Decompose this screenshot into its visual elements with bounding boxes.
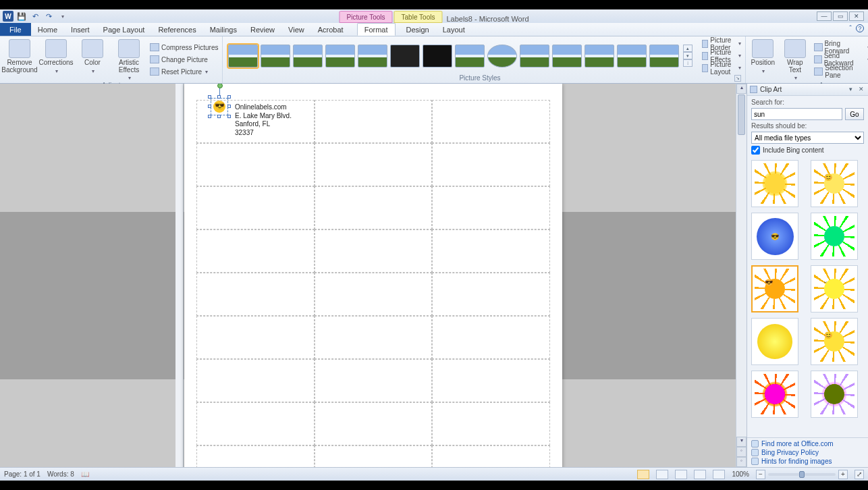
picture-layout-button[interactable]: Picture Layout [701, 63, 742, 74]
label-cell[interactable] [196, 229, 315, 273]
label-cell[interactable] [432, 100, 550, 143]
label-table[interactable]: Onlinelabels.com E. Lake Mary Blvd. Sanf… [196, 100, 550, 467]
qat-customize[interactable] [57, 11, 67, 22]
link-hints[interactable]: Hints for finding images [751, 458, 864, 465]
search-input[interactable] [751, 108, 842, 120]
clip-result[interactable] [751, 160, 798, 207]
picture-style-thumb[interactable] [261, 45, 290, 67]
status-page[interactable]: Page: 1 of 1 [4, 470, 40, 478]
tab-table-design[interactable]: Design [400, 23, 436, 36]
label-address[interactable]: Onlinelabels.com E. Lake Mary Blvd. Sanf… [235, 103, 292, 137]
clip-result-selected[interactable]: 😎 [751, 265, 798, 312]
picture-style-thumb[interactable] [617, 45, 647, 67]
clip-result[interactable]: 😊 [811, 160, 858, 207]
view-full-screen[interactable] [656, 470, 668, 479]
label-cell[interactable]: Onlinelabels.com E. Lake Mary Blvd. Sanf… [196, 100, 315, 143]
label-cell[interactable] [196, 143, 315, 186]
clip-result[interactable] [811, 213, 858, 260]
picture-style-thumb[interactable] [520, 45, 549, 67]
picture-style-thumb[interactable] [228, 45, 258, 67]
label-cell[interactable] [315, 359, 433, 402]
color-button[interactable]: Color [76, 38, 109, 81]
zoom-in-button[interactable]: + [838, 470, 848, 479]
label-cell[interactable] [196, 273, 315, 316]
pane-close-button[interactable]: ✕ [857, 86, 865, 94]
include-bing-checkbox[interactable] [751, 146, 760, 155]
zoom-out-button[interactable]: − [756, 470, 765, 479]
corrections-button[interactable]: Corrections [39, 38, 73, 81]
selection-pane-button[interactable]: Selection Pane [813, 66, 868, 77]
clip-result[interactable]: 😊 [811, 318, 858, 365]
undo-icon[interactable]: ↶ [30, 11, 40, 22]
scroll-thumb[interactable] [738, 94, 745, 135]
label-cell[interactable] [315, 402, 433, 445]
picture-style-thumb[interactable] [487, 45, 517, 67]
picture-effects-button[interactable]: Picture Effects [701, 51, 742, 61]
position-button[interactable]: Position [749, 38, 778, 81]
styles-launcher[interactable]: ↘ [734, 75, 741, 82]
ribbon-minimize-icon[interactable]: ˆ [849, 24, 852, 32]
remove-background-button[interactable]: Remove Background [3, 38, 36, 81]
change-picture-button[interactable]: Change Picture [148, 54, 219, 65]
wrap-text-button[interactable]: Wrap Text [780, 38, 809, 81]
gallery-up-button[interactable]: ▴ [683, 45, 693, 52]
tab-references[interactable]: References [151, 23, 202, 36]
label-cell[interactable] [315, 143, 433, 186]
picture-style-thumb[interactable] [358, 45, 387, 67]
view-draft[interactable] [713, 470, 725, 479]
clip-result[interactable] [811, 371, 858, 418]
scroll-down-button[interactable]: ▾ [736, 437, 747, 447]
go-button[interactable]: Go [845, 108, 864, 120]
pane-menu-button[interactable]: ▾ [846, 86, 855, 94]
prev-page-button[interactable]: ◦ [736, 447, 747, 457]
view-outline[interactable] [694, 470, 706, 479]
picture-style-thumb[interactable] [325, 45, 355, 67]
view-web-layout[interactable] [675, 470, 687, 479]
label-cell[interactable] [432, 359, 550, 402]
clip-result[interactable]: ᵕ [811, 265, 858, 312]
tab-home[interactable]: Home [31, 23, 64, 36]
tab-picture-format[interactable]: Format [357, 23, 396, 36]
label-cell[interactable] [196, 186, 315, 229]
zoom-percent[interactable]: 100% [732, 470, 749, 478]
link-find-more-office[interactable]: Find more at Office.com [751, 440, 864, 447]
label-cell[interactable] [315, 445, 433, 467]
rotate-handle[interactable] [219, 87, 220, 95]
tab-mailings[interactable]: Mailings [203, 23, 244, 36]
label-cell[interactable] [432, 143, 550, 186]
bring-forward-button[interactable]: Bring Forward [813, 42, 868, 53]
label-cell[interactable] [315, 100, 433, 143]
next-page-button[interactable]: ◦ [736, 457, 747, 467]
label-cell[interactable] [196, 316, 315, 359]
label-cell[interactable] [315, 316, 433, 359]
picture-border-button[interactable]: Picture Border [701, 38, 742, 49]
scroll-up-button[interactable]: ▴ [736, 84, 747, 94]
label-cell[interactable] [432, 186, 550, 229]
zoom-slider-thumb[interactable] [799, 471, 805, 478]
maximize-button[interactable]: ▭ [833, 11, 848, 21]
clip-result[interactable]: 😎 [751, 213, 798, 260]
link-bing-privacy[interactable]: Bing Privacy Policy [751, 449, 864, 456]
picture-style-thumb[interactable] [585, 45, 614, 67]
status-proofing-icon[interactable]: 📖 [81, 470, 89, 478]
picture-style-thumb[interactable] [390, 45, 420, 67]
picture-styles-gallery[interactable]: ▴ ▾ ⁝ [225, 38, 695, 74]
tab-table-layout[interactable]: Layout [436, 23, 472, 36]
zoom-fit-button[interactable]: ⤢ [855, 470, 864, 479]
label-cell[interactable] [196, 402, 315, 445]
label-cell[interactable] [196, 359, 315, 402]
label-cell[interactable] [432, 402, 550, 445]
picture-style-thumb[interactable] [293, 45, 323, 67]
label-cell[interactable] [315, 186, 433, 229]
save-icon[interactable]: 💾 [16, 11, 27, 22]
help-icon[interactable]: ? [856, 24, 864, 32]
picture-style-thumb[interactable] [552, 45, 582, 67]
label-cell[interactable] [315, 273, 433, 316]
vertical-scrollbar[interactable]: ▴ ▾ ◦ ◦ [736, 84, 747, 467]
close-button[interactable]: ✕ [849, 11, 864, 21]
clip-result[interactable] [751, 371, 798, 418]
artistic-effects-button[interactable]: Artistic Effects [112, 38, 146, 81]
redo-icon[interactable]: ↷ [43, 11, 54, 22]
tab-acrobat[interactable]: Acrobat [311, 23, 350, 36]
label-cell[interactable] [432, 445, 550, 467]
